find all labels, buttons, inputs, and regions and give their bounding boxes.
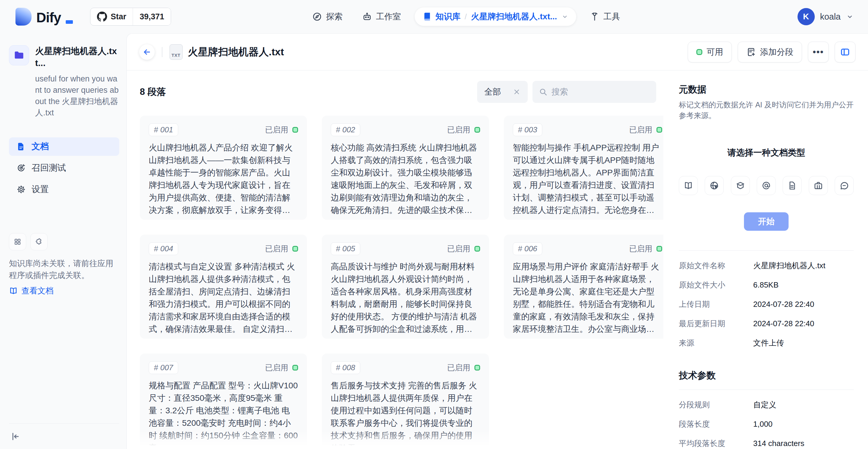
nav-tools[interactable]: 工具: [584, 7, 626, 27]
tech-params-rows: 分段规则 自定义 段落长度 1,000 平均段落长度 314 character…: [679, 395, 854, 449]
meta-value: 6.85KB: [753, 280, 778, 290]
segment-status-label: 已启用: [265, 125, 288, 135]
segment-card[interactable]: # 005 已启用 高品质设计与维护 时尚外观与耐用材料 火山牌扫地机器人外观设…: [322, 235, 489, 339]
chevron-down-icon: [561, 13, 568, 20]
segment-number-badge: # 003: [513, 123, 542, 136]
dify-logo-underscore: [66, 20, 73, 24]
segment-search[interactable]: [532, 81, 656, 103]
back-button[interactable]: [139, 44, 155, 60]
meta-row-original-filesize: 原始文件大小 6.85KB: [679, 275, 854, 295]
segment-enabled-toggle[interactable]: [656, 246, 662, 252]
doc-type-briefcase-icon[interactable]: [809, 176, 828, 195]
toggle-metadata-panel-button[interactable]: [835, 42, 856, 62]
segment-text: 应用场景与用户评价 家庭清洁好帮手 火山牌扫地机器人适用于各种家庭场景，无论是单…: [513, 260, 662, 335]
explore-icon: [312, 12, 322, 22]
meta-value: 314 characters: [753, 439, 804, 448]
add-segment-icon: [746, 47, 756, 57]
segment-card[interactable]: # 006 已启用 应用场景与用户评价 家庭清洁好帮手 火山牌扫地机器人适用于各…: [504, 235, 671, 339]
user-chevron-down-icon: [846, 13, 854, 21]
top-nav: 探索 工作室 知识库 / 火星牌扫地机器人.txt...: [306, 0, 626, 33]
sidebar-item-settings[interactable]: 设置: [9, 180, 119, 199]
link-note-text: 知识库尚未关联，请前往应用程序或插件完成关联。: [9, 257, 119, 281]
sidebar-item-documents[interactable]: 文档: [9, 137, 119, 156]
meta-row-upload-date: 上传日期 2024-07-28 22:40: [679, 295, 854, 314]
dify-logo[interactable]: Dify: [16, 8, 73, 26]
doc-type-chat-icon[interactable]: [835, 176, 854, 195]
segment-number-badge: # 002: [331, 123, 360, 136]
segment-text: 售后服务与技术支持 完善的售后服务 火山牌扫地机器人提供两年质保，用户在使用过程…: [331, 379, 480, 449]
segment-card[interactable]: # 001 已启用 火山牌扫地机器人产品介绍 欢迎了解火山牌扫地机器人——一款集…: [140, 116, 307, 220]
github-icon: [97, 11, 107, 22]
segment-enabled-toggle[interactable]: [292, 365, 298, 371]
doc-type-at-icon[interactable]: [757, 176, 776, 195]
doc-type-education-icon[interactable]: [731, 176, 750, 195]
segment-enabled-toggle[interactable]: [656, 127, 662, 133]
avatar: K: [798, 8, 815, 25]
segment-card[interactable]: # 007 已启用 规格与配置 产品配置 型号：火山牌V100 尺寸：直径350…: [140, 354, 307, 449]
status-filter-dropdown[interactable]: 全部: [477, 81, 528, 103]
breadcrumb-document[interactable]: 火星牌扫地机器人.txt...: [471, 11, 557, 22]
metadata-panel: 元数据 标记文档的元数据允许 AI 及时访问它们并为用户公开参考来源。 请选择一…: [663, 71, 868, 449]
document-header: TXT 火星牌扫地机器人.txt 可用 添加分段 •••: [127, 34, 868, 70]
open-book-icon: [9, 286, 18, 295]
meta-row-segment-rule: 分段规则 自定义: [679, 395, 854, 415]
document-icon: [17, 142, 26, 151]
segment-card[interactable]: # 008 已启用 售后服务与技术支持 完善的售后服务 火山牌扫地机器人提供两年…: [322, 354, 489, 449]
meta-label: 来源: [679, 338, 753, 348]
segment-status-label: 已启用: [447, 244, 470, 254]
segment-text: 火山牌扫地机器人产品介绍 欢迎了解火山牌扫地机器人——一款集创新科技与卓越性能于…: [149, 141, 298, 217]
breadcrumb-separator: /: [465, 12, 467, 22]
clear-filter-icon[interactable]: [513, 88, 521, 96]
meta-value: 自定义: [753, 399, 776, 410]
nav-studio[interactable]: 工作室: [356, 7, 407, 27]
tech-params-divider: [679, 389, 854, 390]
search-icon: [539, 88, 547, 96]
segment-count-heading: 8 段落: [140, 86, 166, 98]
ellipsis-icon: •••: [813, 47, 824, 57]
nav-explore[interactable]: 探索: [306, 7, 349, 27]
view-docs-link[interactable]: 查看文档: [9, 285, 119, 296]
apps-grid-icon-button[interactable]: [9, 233, 26, 250]
more-actions-button[interactable]: •••: [808, 42, 829, 62]
segment-enabled-toggle[interactable]: [474, 246, 480, 252]
add-segment-button[interactable]: 添加分段: [738, 42, 802, 62]
segment-status-label: 已启用: [447, 125, 470, 135]
segment-enabled-toggle[interactable]: [474, 127, 480, 133]
breadcrumb-knowledge[interactable]: 知识库: [423, 11, 461, 22]
github-star-widget[interactable]: Star 39,371: [90, 8, 171, 26]
collapse-sidebar-icon[interactable]: [9, 430, 22, 443]
segment-card[interactable]: # 004 已启用 清洁模式与自定义设置 多种清洁模式 火山牌扫地机器人提供多种…: [140, 235, 307, 339]
metadata-title: 元数据: [679, 83, 854, 96]
segment-enabled-toggle[interactable]: [292, 246, 298, 252]
status-available-label: 可用: [707, 46, 723, 58]
start-button[interactable]: 开始: [744, 212, 788, 231]
segment-status-label: 已启用: [265, 362, 288, 373]
nav-studio-label: 工作室: [376, 11, 401, 22]
segment-card[interactable]: # 003 已启用 智能控制与操作 手机APP远程控制 用户可以通过火山牌专属手…: [504, 116, 671, 220]
status-available-button[interactable]: 可用: [688, 42, 732, 62]
document-title: 火星牌扫地机器人.txt: [188, 45, 284, 59]
sidebar-item-retrieval-test[interactable]: 召回测试: [9, 159, 119, 177]
meta-value: 火星牌扫地机器人.txt: [753, 260, 826, 271]
search-input[interactable]: [552, 87, 650, 97]
segment-text: 规格与配置 产品配置 型号：火山牌V100 尺寸：直径350毫米，高度95毫米 …: [149, 379, 298, 449]
doc-type-globe-icon[interactable]: [705, 176, 724, 195]
choose-doc-type-title: 请选择一种文档类型: [679, 147, 854, 159]
segment-enabled-toggle[interactable]: [292, 127, 298, 133]
doc-type-book-icon[interactable]: [679, 176, 698, 195]
metadata-divider: [679, 250, 854, 251]
meta-value: 文件上传: [753, 338, 784, 348]
panel-layout-icon: [840, 47, 850, 57]
user-menu[interactable]: K koala: [798, 8, 854, 25]
segment-status-label: 已启用: [447, 362, 470, 373]
plugin-puzzle-icon-button[interactable]: [30, 233, 48, 250]
meta-label: 原始文件大小: [679, 280, 753, 290]
file-metadata-rows: 原始文件名称 火星牌扫地机器人.txt 原始文件大小 6.85KB 上传日期 2…: [679, 256, 854, 353]
segment-card[interactable]: # 002 已启用 核心功能 高效清扫系统 火山牌扫地机器人搭载了高效的清扫系统…: [322, 116, 489, 220]
segment-status-label: 已启用: [629, 125, 652, 135]
segment-enabled-toggle[interactable]: [474, 365, 480, 371]
doc-type-file-icon[interactable]: [783, 176, 802, 195]
meta-label: 原始文件名称: [679, 260, 753, 271]
sidebar-nav: 文档 召回测试 设置: [9, 137, 119, 199]
knowledge-breadcrumb-pill[interactable]: 知识库 / 火星牌扫地机器人.txt...: [415, 7, 576, 26]
